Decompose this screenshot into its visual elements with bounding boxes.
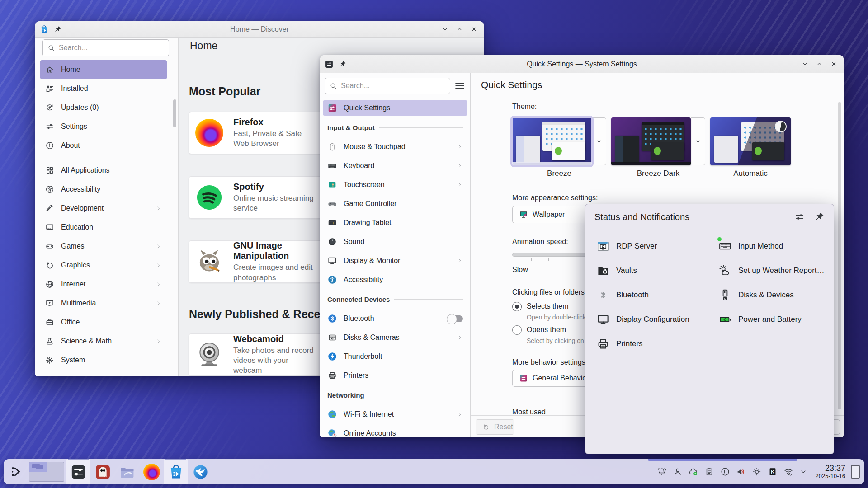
expand-tray-icon[interactable]: [799, 468, 807, 476]
status-item-weather-report[interactable]: Set up Weather Report…: [718, 258, 825, 283]
minimize-button[interactable]: [442, 26, 448, 33]
sidebar-item-wifi-internet[interactable]: Wi-Fi & Internet: [320, 405, 470, 424]
close-button[interactable]: [471, 26, 477, 33]
sidebar-item-game-controller[interactable]: Game Controller: [320, 194, 470, 213]
discover-search[interactable]: [42, 39, 169, 56]
user-icon[interactable]: [673, 467, 683, 477]
pager-desktop-4[interactable]: [47, 472, 64, 482]
sidebar-item-settings[interactable]: Settings: [40, 117, 167, 136]
peek-at-desktop-button[interactable]: [851, 465, 860, 479]
sidebar-item-online-accounts[interactable]: Online Accounts: [320, 424, 470, 437]
sidebar-item-label: Thunderbolt: [344, 352, 382, 361]
reset-button[interactable]: Reset: [476, 419, 514, 435]
sidebar-item-about[interactable]: About: [40, 136, 167, 155]
bluetooth-toggle[interactable]: [447, 315, 463, 322]
digital-clock[interactable]: 23:37 2025-10-16: [816, 464, 846, 480]
sidebar-item-graphics[interactable]: Graphics: [40, 256, 167, 275]
task-ghostwriter[interactable]: [90, 459, 115, 484]
sidebar-item-system[interactable]: System: [40, 351, 167, 370]
sidebar-item-thunderbolt[interactable]: Thunderbolt: [320, 347, 470, 366]
task-discover[interactable]: [164, 459, 188, 484]
brightness-icon[interactable]: [752, 467, 762, 477]
pager-desktop-1[interactable]: [29, 462, 47, 472]
pager-desktop-3[interactable]: [29, 472, 47, 482]
virtual-desktop-pager[interactable]: [29, 462, 64, 482]
opens-them-radio[interactable]: [512, 325, 522, 335]
configure-icon[interactable]: [795, 212, 805, 222]
sidebar-scrollbar[interactable]: [173, 99, 176, 127]
sidebar-item-all-applications[interactable]: All Applications: [40, 161, 167, 180]
system-settings-app-icon: [325, 60, 334, 69]
notifications-icon[interactable]: [657, 467, 667, 477]
status-item-rdp-server[interactable]: RDP Server: [596, 234, 689, 258]
wifi-icon[interactable]: [783, 467, 793, 477]
sidebar-item-updates[interactable]: Updates (0): [40, 98, 167, 117]
sidebar-item-accessibility[interactable]: Accessibility: [40, 180, 167, 199]
minimize-button[interactable]: [802, 61, 808, 67]
content-scrollbar[interactable]: [838, 102, 841, 409]
sidebar-item-printers[interactable]: Printers: [320, 366, 470, 385]
pager-desktop-2[interactable]: [47, 462, 64, 472]
pin-icon[interactable]: [815, 212, 825, 222]
sidebar-item-bluetooth[interactable]: Bluetooth: [320, 309, 470, 328]
status-item-power-battery[interactable]: Power and Battery: [718, 307, 825, 332]
theme-option-automatic[interactable]: [710, 117, 791, 165]
selects-them-radio[interactable]: [512, 302, 522, 311]
radio-label[interactable]: Selects them: [527, 302, 568, 310]
search-input[interactable]: [341, 82, 445, 90]
close-button[interactable]: [830, 61, 837, 67]
sidebar-item-internet[interactable]: Internet: [40, 275, 167, 294]
theme-option-breeze[interactable]: [512, 117, 606, 165]
discover-icon: [168, 464, 184, 480]
status-item-display-configuration[interactable]: Display Configuration: [596, 307, 689, 332]
theme-thumbnail-breeze-dark[interactable]: [611, 117, 691, 165]
theme-thumbnail-breeze[interactable]: [512, 117, 592, 165]
media-pause-icon[interactable]: [720, 467, 730, 477]
volume-icon[interactable]: [736, 467, 746, 477]
theme-breeze-dropdown-button[interactable]: [592, 117, 606, 165]
sidebar-item-science-math[interactable]: Science & Math: [40, 332, 167, 351]
task-system-settings[interactable]: [66, 459, 90, 484]
radio-label[interactable]: Opens them: [527, 326, 566, 334]
pin-icon[interactable]: [54, 26, 61, 33]
status-item-vaults[interactable]: Vaults: [596, 258, 689, 283]
sidebar-item-office[interactable]: Office: [40, 313, 167, 332]
search-input[interactable]: [59, 44, 164, 52]
sidebar-item-drawing-tablet[interactable]: Drawing Tablet: [320, 213, 470, 232]
cloud-sync-icon[interactable]: [689, 467, 698, 477]
hamburger-menu-icon[interactable]: [454, 80, 466, 92]
status-item-bluetooth[interactable]: Bluetooth: [596, 283, 689, 307]
discover-titlebar[interactable]: Home — Discover: [35, 21, 484, 38]
task-dolphin[interactable]: [115, 459, 139, 484]
sidebar-item-installed[interactable]: Installed: [40, 79, 167, 98]
system-settings-titlebar[interactable]: Quick Settings — System Settings: [320, 55, 844, 73]
keyboard-layout-icon[interactable]: K: [768, 467, 778, 477]
sidebar-item-touchscreen[interactable]: Touchscreen: [320, 175, 470, 194]
status-item-printers[interactable]: Printers: [596, 332, 689, 356]
theme-thumbnail-automatic[interactable]: [710, 117, 791, 165]
status-item-input-method[interactable]: Input Method: [718, 234, 825, 258]
sidebar-item-development[interactable]: Development: [40, 199, 167, 218]
sidebar-item-home[interactable]: Home: [40, 60, 167, 79]
sidebar-item-education[interactable]: Education: [40, 218, 167, 237]
sidebar-item-mouse-touchpad[interactable]: Mouse & Touchpad: [320, 137, 470, 156]
sidebar-item-quick-settings[interactable]: Quick Settings: [323, 100, 467, 116]
sidebar-item-display-monitor[interactable]: Display & Monitor: [320, 251, 470, 270]
clipboard-icon[interactable]: [704, 467, 714, 477]
status-item-disks-devices[interactable]: Disks & Devices: [718, 283, 825, 307]
maximize-button[interactable]: [456, 26, 463, 33]
theme-breeze-dark-dropdown-button[interactable]: [691, 117, 705, 165]
settings-search[interactable]: [325, 78, 450, 94]
sidebar-item-keyboard[interactable]: Keyboard: [320, 156, 470, 175]
maximize-button[interactable]: [816, 61, 823, 67]
application-launcher-button[interactable]: [6, 461, 27, 482]
theme-option-breeze-dark[interactable]: [611, 117, 705, 165]
sidebar-item-sound[interactable]: Sound: [320, 232, 470, 251]
sidebar-item-accessibility[interactable]: Accessibility: [320, 270, 470, 289]
task-firefox[interactable]: [139, 459, 164, 484]
task-falkon[interactable]: [188, 459, 212, 484]
pin-icon[interactable]: [339, 61, 346, 68]
sidebar-item-multimedia[interactable]: Multimedia: [40, 294, 167, 313]
sidebar-item-disks-cameras[interactable]: Disks & Cameras: [320, 328, 470, 347]
sidebar-item-games[interactable]: Games: [40, 237, 167, 256]
